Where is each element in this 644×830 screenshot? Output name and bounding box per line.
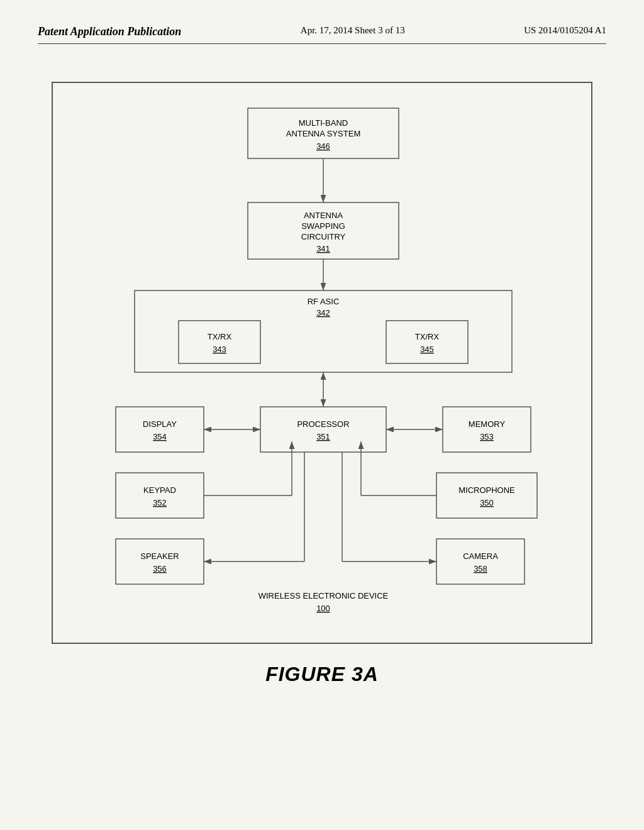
ref-txrx-343: 343 — [213, 345, 226, 354]
block-camera — [436, 539, 525, 584]
figure-caption: FIGURE 3A — [38, 663, 606, 686]
label-microphone: MICROPHONE — [458, 485, 515, 495]
label-multi-band-2: ANTENNA SYSTEM — [286, 129, 360, 138]
block-txrx-345 — [386, 321, 468, 363]
label-wireless-device: WIRELESS ELECTRONIC DEVICE — [258, 591, 389, 600]
diagram-svg: .blk { fill: #f5f5f0; stroke: #555; stro… — [78, 102, 569, 617]
header-patent-number: US 2014/0105204 A1 — [524, 25, 606, 36]
ref-display: 354 — [153, 432, 167, 441]
block-txrx-343 — [179, 321, 260, 363]
ref-speaker: 356 — [153, 564, 167, 573]
label-multi-band: MULTI-BAND — [299, 118, 348, 128]
label-processor: PROCESSOR — [297, 419, 349, 429]
diagram-container: .blk { fill: #f5f5f0; stroke: #555; stro… — [52, 82, 592, 644]
label-antenna-swapping-2: SWAPPING — [301, 221, 345, 231]
label-keypad: KEYPAD — [143, 485, 176, 495]
label-camera: CAMERA — [463, 551, 498, 561]
label-rf-asic: RF ASIC — [308, 297, 340, 306]
ref-microphone: 350 — [480, 498, 494, 507]
block-microphone — [436, 473, 537, 518]
ref-antenna-swapping: 341 — [316, 244, 330, 253]
ref-txrx-345: 345 — [420, 345, 434, 354]
ref-processor: 351 — [316, 432, 330, 441]
ref-multi-band: 346 — [316, 141, 330, 151]
label-txrx-345: TX/RX — [415, 332, 440, 341]
label-antenna-swapping: ANTENNA — [304, 211, 343, 220]
ref-wireless-device: 100 — [316, 604, 330, 613]
label-speaker: SPEAKER — [140, 551, 179, 561]
block-display — [116, 407, 204, 452]
ref-keypad: 352 — [153, 498, 167, 507]
label-display: DISPLAY — [143, 419, 177, 429]
label-txrx-343: TX/RX — [208, 332, 232, 341]
header-sheet-info: Apr. 17, 2014 Sheet 3 of 13 — [301, 25, 405, 36]
ref-camera: 358 — [474, 564, 487, 573]
ref-rf-asic: 342 — [316, 308, 330, 318]
label-memory: MEMORY — [469, 419, 506, 429]
block-keypad — [116, 473, 204, 518]
ref-memory: 353 — [480, 432, 494, 441]
label-antenna-swapping-3: CIRCUITRY — [301, 232, 346, 241]
block-speaker — [116, 539, 204, 584]
block-processor — [260, 407, 386, 452]
header-publication-label: Patent Application Publication — [38, 25, 181, 38]
page-header: Patent Application Publication Apr. 17, … — [38, 25, 606, 44]
block-memory — [443, 407, 531, 452]
page: Patent Application Publication Apr. 17, … — [0, 0, 644, 830]
